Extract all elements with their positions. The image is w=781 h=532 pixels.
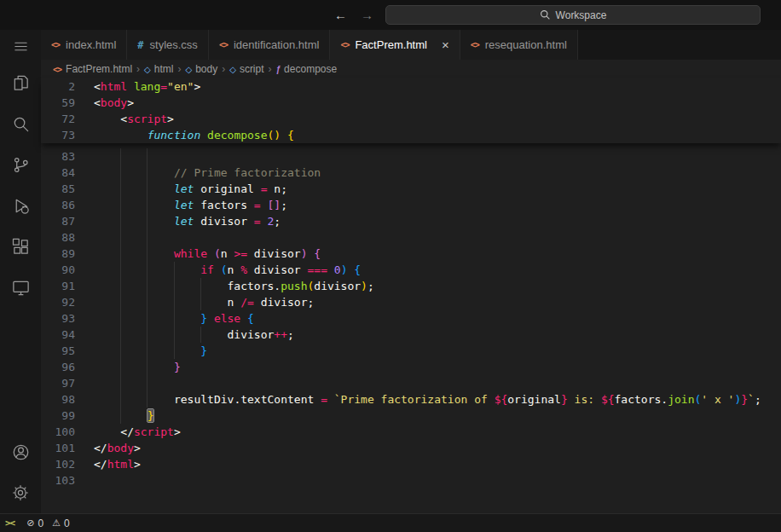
code-text: <script>	[94, 111, 174, 127]
line-number: 2	[41, 78, 75, 95]
tab-bar: <>index.html#styles.css<>identification.…	[41, 30, 781, 60]
code-line: 101</body>	[41, 440, 781, 456]
code-line: 95 }	[41, 343, 781, 359]
code-line: 100 </script>	[41, 424, 781, 440]
code-line: 91 factors.push(divisor);	[41, 278, 781, 294]
indent-guide	[200, 278, 201, 310]
css-file-icon: #	[137, 39, 143, 51]
symbol-tag-icon: ◇	[144, 65, 151, 74]
code-text: <body>	[94, 95, 134, 111]
code-text: let divisor = 2;	[94, 213, 281, 229]
code-text: </body>	[94, 440, 141, 456]
activity-source-control[interactable]	[0, 144, 41, 185]
activity-extensions[interactable]	[0, 226, 41, 267]
editor-code-area[interactable]: 8384 // Prime factorization85 let origin…	[41, 148, 781, 489]
code-line: 84 // Prime factorization	[41, 165, 781, 181]
code-line: 87 let divisor = 2;	[41, 213, 781, 229]
code-text: let original = n;	[94, 181, 287, 197]
code-line: 96 }	[41, 359, 781, 375]
account-icon	[11, 442, 31, 462]
search-icon	[540, 9, 551, 20]
line-number: 85	[41, 181, 75, 197]
tab-resequation.html[interactable]: <>resequation.html	[460, 30, 578, 60]
tab-index.html[interactable]: <>index.html	[41, 30, 127, 60]
line-number: 103	[41, 472, 75, 489]
code-line: 102</html>	[41, 456, 781, 472]
back-arrow-icon[interactable]: ←	[334, 8, 347, 22]
code-line: 93 } else {	[41, 310, 781, 327]
errors-icon: ⊘	[26, 518, 34, 529]
activity-account[interactable]	[0, 431, 41, 472]
activity-settings[interactable]	[0, 472, 41, 513]
activity-explorer[interactable]	[0, 62, 41, 103]
line-number: 72	[41, 111, 75, 127]
command-center-search[interactable]: Workspace	[385, 5, 761, 25]
breadcrumb-item-html[interactable]: html	[154, 63, 174, 75]
line-number: 96	[41, 359, 75, 375]
code-text: // Prime factorization	[94, 165, 321, 181]
title-bar: ← → Workspace	[0, 0, 781, 30]
tab-styles.css[interactable]: #styles.css	[127, 30, 209, 60]
indent-guide	[200, 327, 201, 343]
tab-close-icon[interactable]: ×	[442, 38, 449, 51]
html-file-icon: <>	[219, 40, 228, 49]
code-text: function decompose() {	[94, 127, 294, 143]
code-text: n /= divisor;	[94, 294, 314, 310]
breadcrumb-separator: ›	[177, 63, 181, 75]
breadcrumb-separator: ›	[269, 63, 272, 75]
explorer-icon	[11, 73, 31, 93]
code-line: 85 let original = n;	[41, 181, 781, 197]
tab-identification.html[interactable]: <>identification.html	[209, 30, 331, 60]
extensions-icon	[11, 237, 31, 257]
breadcrumb-item-body[interactable]: body	[195, 63, 217, 75]
remote-icon: ><	[5, 518, 14, 529]
history-navigation: ← →	[334, 0, 373, 30]
symbol-function-icon: ƒ	[276, 65, 281, 74]
line-number: 95	[41, 343, 75, 359]
line-number: 94	[41, 327, 75, 343]
activity-remote-explorer[interactable]	[0, 267, 41, 308]
line-number: 83	[41, 148, 75, 165]
breadcrumb-separator: ›	[136, 63, 140, 75]
tab-label: styles.css	[150, 38, 198, 51]
line-number: 73	[41, 127, 75, 143]
tab-label: resequation.html	[485, 38, 567, 51]
tab-label: identification.html	[234, 38, 319, 51]
activity-search[interactable]	[0, 103, 41, 144]
settings-gear-icon	[11, 483, 30, 502]
tab-FactPrem.html[interactable]: <>FactPrem.html×	[330, 30, 460, 60]
code-line: 72 <script>	[41, 111, 781, 127]
code-text: divisor++;	[94, 327, 294, 343]
line-number: 98	[41, 391, 75, 408]
warnings-icon: ⚠	[52, 518, 61, 529]
breadcrumb-file[interactable]: FactPrem.html	[66, 63, 132, 75]
html-file-icon: <>	[53, 65, 61, 74]
code-text: }	[94, 359, 181, 375]
code-line: 86 let factors = [];	[41, 197, 781, 213]
breadcrumb-item-decompose[interactable]: decompose	[284, 63, 337, 75]
symbol-tag-icon: ◇	[229, 65, 236, 74]
code-line: 89 while (n >= divisor) {	[41, 246, 781, 262]
html-file-icon: <>	[340, 40, 349, 49]
status-bar: >< ⊘ 0 ⚠ 0	[0, 513, 781, 532]
forward-arrow-icon[interactable]: →	[361, 8, 373, 22]
problems-status[interactable]: ⊘ 0 ⚠ 0	[21, 514, 79, 532]
line-number: 88	[41, 229, 75, 246]
code-text: }	[94, 343, 207, 359]
line-number: 91	[41, 278, 75, 294]
line-number: 97	[41, 375, 75, 391]
breadcrumb-item-script[interactable]: script	[240, 63, 264, 75]
tab-label: FactPrem.html	[355, 38, 427, 51]
activity-run-debug[interactable]	[0, 185, 41, 226]
line-number: 84	[41, 165, 75, 181]
code-line: 83	[41, 148, 781, 165]
line-number: 93	[41, 310, 75, 327]
line-number: 100	[41, 424, 75, 440]
activity-bar	[0, 30, 41, 513]
indent-guide	[147, 148, 148, 408]
line-number: 87	[41, 213, 75, 229]
remote-indicator[interactable]: ><	[0, 514, 21, 532]
code-text: if (n % divisor === 0) {	[94, 262, 361, 278]
code-text: </html>	[94, 456, 141, 472]
activity-menu[interactable]	[0, 30, 41, 62]
